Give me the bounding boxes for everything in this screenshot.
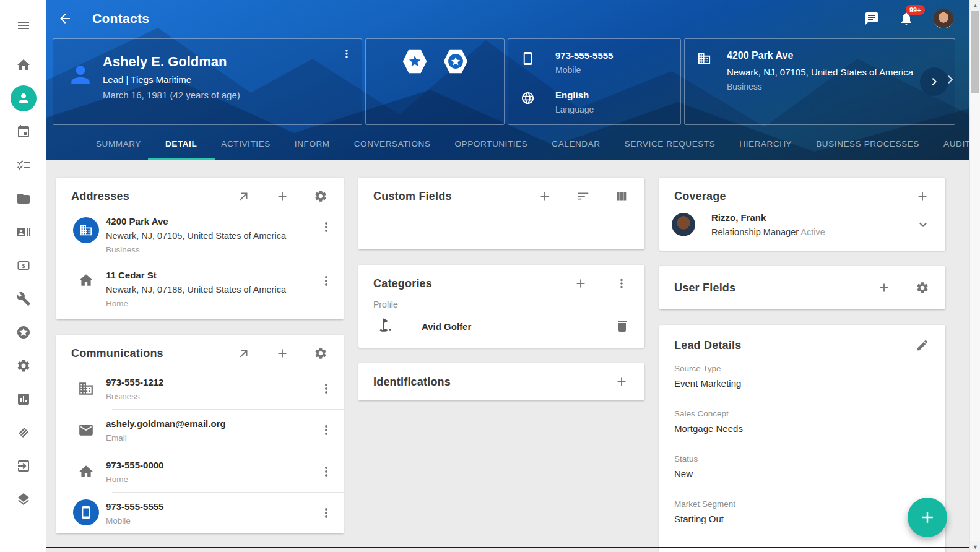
- edit-lead-details-pencil-icon[interactable]: [916, 339, 929, 352]
- communication-kebab-menu[interactable]: [319, 381, 334, 396]
- coverage-row[interactable]: Rizzo, Frank Relationship Manager Active: [659, 211, 945, 251]
- sort-icon[interactable]: [576, 189, 590, 203]
- layers-icon[interactable]: [7, 483, 40, 516]
- add-address-icon[interactable]: [275, 189, 289, 203]
- communication-kebab-menu[interactable]: [319, 423, 334, 438]
- scroll-down-arrow-icon[interactable]: ▼: [970, 541, 980, 552]
- view-columns-icon[interactable]: [615, 189, 628, 203]
- add-identification-icon[interactable]: [615, 375, 628, 389]
- checklist-icon[interactable]: [7, 149, 40, 182]
- lead-field: Market Segment Starting Out: [674, 499, 930, 524]
- add-fab-button[interactable]: [908, 498, 947, 537]
- address-kebab-menu[interactable]: [319, 220, 334, 235]
- open-addresses-icon[interactable]: [237, 189, 251, 203]
- tab-service-requests[interactable]: SERVICE REQUESTS: [625, 127, 716, 160]
- communication-row[interactable]: 973-555-1212 Business: [56, 368, 344, 409]
- communications-settings-icon[interactable]: [314, 347, 327, 360]
- app-bar: Contacts 99+: [46, 0, 969, 37]
- communication-kebab-menu[interactable]: [319, 464, 334, 479]
- bar-chart-icon[interactable]: [7, 382, 40, 416]
- tab-conversations[interactable]: CONVERSATIONS: [354, 127, 431, 160]
- back-arrow-icon[interactable]: [58, 11, 72, 26]
- star-hexagon-badge-icon[interactable]: [399, 47, 431, 75]
- communication-row[interactable]: 973-555-0000 Home: [56, 451, 344, 492]
- menu-icon[interactable]: [7, 9, 40, 42]
- communication-type: Home: [106, 475, 319, 484]
- communication-kebab-menu[interactable]: [319, 506, 334, 520]
- communications-card: Communications 973-555-1212 Business: [56, 335, 344, 533]
- communication-row[interactable]: 973-555-5555 Mobile: [56, 493, 344, 533]
- home-icon[interactable]: [7, 48, 40, 82]
- address-row[interactable]: 4200 Park Ave Newark, NJ, 07105, United …: [56, 211, 344, 262]
- scrollbar-thumb[interactable]: [971, 11, 979, 93]
- tab-calendar[interactable]: CALENDAR: [552, 127, 600, 160]
- page-next-chevron-icon[interactable]: [611, 221, 626, 236]
- add-category-icon[interactable]: [574, 277, 588, 290]
- address-street: 11 Cedar St: [106, 270, 319, 280]
- profile-kebab-menu[interactable]: [340, 48, 353, 60]
- address-city-line: Newark, NJ, 07188, United States of Amer…: [106, 285, 292, 295]
- communication-row[interactable]: ashely.goldman@email.org Email: [56, 410, 344, 451]
- addresses-title: Addresses: [71, 190, 237, 203]
- tab-inform[interactable]: INFORM: [295, 127, 330, 160]
- user-fields-card: User Fields: [659, 266, 945, 309]
- tab-summary[interactable]: SUMMARY: [96, 127, 141, 160]
- tab-opportunities[interactable]: OPPORTUNITIES: [455, 127, 528, 160]
- wrench-icon[interactable]: [7, 282, 40, 316]
- expand-coverage-chevron-icon[interactable]: [916, 217, 930, 232]
- content-area: Addresses 4200 Park Ave Newark, NJ, 0710…: [46, 160, 969, 552]
- sidebar: $: [0, 0, 46, 552]
- business-icon: [66, 381, 106, 397]
- lead-field: Sales Concept Mortgage Needs: [674, 409, 930, 434]
- handshake-icon[interactable]: [7, 416, 40, 449]
- delete-category-trash-icon[interactable]: [615, 319, 630, 334]
- contact-cards-icon[interactable]: [7, 215, 40, 249]
- add-custom-field-icon[interactable]: [538, 189, 552, 203]
- notifications: 99+: [899, 11, 914, 26]
- open-communications-icon[interactable]: [237, 347, 251, 360]
- addresses-settings-icon[interactable]: [314, 189, 327, 203]
- chat-icon[interactable]: [864, 11, 879, 26]
- primary-address-card[interactable]: 4200 Park Ave Newark, NJ, 07105, United …: [684, 38, 955, 125]
- lead-field-value: Event Marketing: [674, 378, 930, 389]
- folder-icon[interactable]: [7, 182, 40, 215]
- lead-field-label: Status: [674, 454, 930, 464]
- tab-activities[interactable]: ACTIVITIES: [221, 127, 271, 160]
- page-previous-chevron-icon[interactable]: [565, 221, 580, 236]
- address-kebab-menu[interactable]: [319, 274, 334, 288]
- scroll-up-arrow-icon[interactable]: ▲: [970, 0, 980, 11]
- contact-birthdate: March 16, 1981 (42 years of age): [103, 90, 240, 100]
- user-fields-title: User Fields: [674, 282, 877, 295]
- communication-type: Email: [106, 433, 319, 442]
- tab-detail[interactable]: DETAIL: [165, 127, 197, 160]
- hero-cards: Ashely E. Goldman Lead | Tiegs Maritime …: [53, 38, 955, 125]
- next-card-chevron-icon[interactable]: [920, 67, 948, 96]
- user-fields-settings-icon[interactable]: [916, 281, 929, 295]
- calendar-icon[interactable]: [7, 115, 40, 149]
- phone-language-card[interactable]: 973-555-5555 Mobile English Language: [508, 38, 681, 125]
- star-circle-icon[interactable]: [7, 316, 40, 349]
- tab-business-processes[interactable]: BUSINESS PROCESSES: [816, 127, 919, 160]
- categories-title: Categories: [373, 277, 574, 290]
- lead-field: Status New: [674, 454, 930, 479]
- tab-hierarchy[interactable]: HIERARCHY: [739, 127, 792, 160]
- categories-kebab-menu[interactable]: [615, 277, 628, 290]
- svg-text:$: $: [22, 262, 25, 269]
- address-row[interactable]: 11 Cedar St Newark, NJ, 07188, United St…: [56, 262, 344, 319]
- tab-audit[interactable]: AUDIT: [943, 127, 969, 160]
- profile-summary-card[interactable]: Ashely E. Goldman Lead | Tiegs Maritime …: [53, 38, 362, 125]
- money-icon[interactable]: $: [7, 249, 40, 282]
- category-row[interactable]: Avid Golfer: [358, 309, 644, 348]
- vertical-scrollbar[interactable]: ▲ ▼: [969, 0, 980, 552]
- globe-icon: [521, 91, 536, 114]
- exit-icon[interactable]: [7, 449, 40, 483]
- gear-icon[interactable]: [7, 349, 40, 382]
- star-circle-hexagon-badge-icon[interactable]: [440, 47, 472, 75]
- communication-value: 973-555-1212: [106, 377, 319, 387]
- add-communication-icon[interactable]: [275, 347, 289, 360]
- profile-text: Ashely E. Goldman Lead | Tiegs Maritime …: [103, 54, 240, 124]
- sidebar-item-contacts[interactable]: [7, 82, 40, 115]
- add-coverage-icon[interactable]: [916, 189, 929, 203]
- add-user-field-icon[interactable]: [877, 281, 891, 295]
- user-avatar[interactable]: [934, 9, 953, 28]
